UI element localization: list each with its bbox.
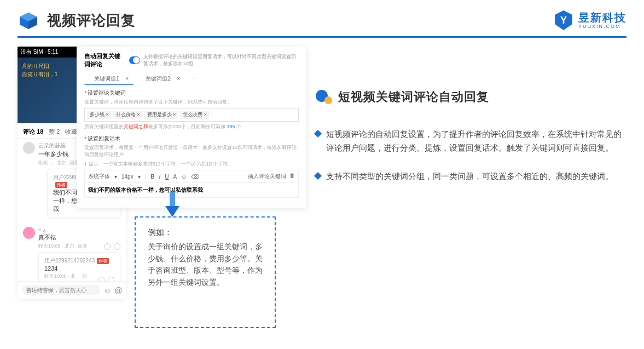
logo-text-en: YUUXIN.COM <box>578 24 626 29</box>
keyword-tag[interactable]: 费用是多少 × <box>144 111 179 119</box>
svg-text:Y: Y <box>560 15 567 26</box>
tab-likes[interactable]: 赞 2 <box>49 128 60 136</box>
at-icon[interactable]: @ <box>114 286 122 295</box>
insert-keyword-button[interactable]: 插入评论关键词 <box>248 173 286 180</box>
editor-toolbar: 系统字体▾ 14px▾ | B I U A ☺ ⌫ 插入评论关键词 🗑 <box>84 170 299 183</box>
keyword-input[interactable]: 多少钱 × 什么价格 × 费用是多少 × 怎么收费 × | <box>84 108 299 122</box>
color-icon[interactable]: A <box>173 174 177 180</box>
keyword-group-tabs: 关键词组1 × 关键词组2 × + <box>84 73 299 85</box>
reply-text: 1234 <box>44 265 114 272</box>
field-label: 设置回复话术 <box>88 135 120 142</box>
section-title: 短视频关键词评论自动回复 <box>338 89 489 105</box>
emoji-icon[interactable]: ☺ <box>103 286 111 295</box>
brand-logo: Y 昱新科技 YUUXIN.COM <box>554 10 626 31</box>
avatar <box>23 142 35 154</box>
comment-input[interactable] <box>22 285 100 295</box>
svg-rect-5 <box>170 192 175 207</box>
dislike-icon[interactable] <box>114 243 120 250</box>
page-title: 视频评论回复 <box>47 11 136 30</box>
logo-shield-icon: Y <box>554 10 573 31</box>
cube-icon <box>18 12 39 29</box>
bold-icon[interactable]: B <box>150 174 154 180</box>
bullet-text: 短视频评论的自动回复设置，为了提升作者的评论回复效率，在系统中针对常见的评论用户… <box>326 128 626 155</box>
description-area: 短视频关键词评论自动回复 短视频评论的自动回复设置，为了提升作者的评论回复效率，… <box>315 47 626 199</box>
keyword-tag[interactable]: 怎么收费 × <box>180 111 210 119</box>
diamond-bullet-icon <box>314 130 322 138</box>
field-desc: 设置关键词，当评论里内容包含了以下关键词，则系统可自动回复。 <box>84 99 299 106</box>
illustration-area: 没有 SIM · 5:11 舟的り尺旧 自笑り有泪，1 评论 18 赞 2 收藏… <box>18 47 302 199</box>
tab-favorites[interactable]: 收藏 <box>65 128 77 136</box>
username: ༄ ♪ <box>38 227 120 233</box>
arrow-down-icon <box>163 192 182 218</box>
author-badge: 作者 <box>97 258 109 264</box>
like-icon[interactable] <box>104 243 111 250</box>
panel-desc: 支持根据评论的关键词设置回复话术，可以针对不同类型关键词设置回复话术，最多添加1… <box>143 53 299 67</box>
delete-icon[interactable]: 🗑 <box>289 173 295 180</box>
keyword-count-hint: 所有关键词组里的关键词之和最多可添加200个，目前剩余可添加 195 个 <box>84 123 299 130</box>
add-tab[interactable]: + <box>187 73 200 85</box>
kw-tab-1[interactable]: 关键词组1 × <box>84 73 134 85</box>
settings-panel: 自动回复关键词评论 支持根据评论的关键词设置回复话术，可以针对不同类型关键词设置… <box>77 47 306 208</box>
reply-user: 用户2299214302243 <box>44 258 95 264</box>
example-heading: 例如： <box>148 227 263 238</box>
clear-icon[interactable]: ⌫ <box>191 174 199 180</box>
field-desc: 设置回复话术，每回复一个用户评论只发送一条话术，最多支持设置10条不同话术，按添… <box>84 144 299 158</box>
field-label: 设置评论关键词 <box>88 89 126 97</box>
underline-icon[interactable]: U <box>165 174 169 180</box>
time: 刚刚 <box>38 159 48 167</box>
logo-text-cn: 昱新科技 <box>578 12 626 23</box>
size-select[interactable]: 14px <box>121 174 134 180</box>
reply-editor[interactable]: 我们不同的版本价格不一样，您可以私信联系我 <box>84 183 299 198</box>
example-text: 关于询价的设置成一组关键词，多少钱、什么价格，费用多少等。关于咨询班型、版本、型… <box>148 241 263 289</box>
keyword-tag[interactable]: 多少钱 × <box>87 111 112 119</box>
bullet-item: 短视频评论的自动回复设置，为了提升作者的评论回复效率，在系统中针对常见的评论用户… <box>315 128 626 155</box>
avatar <box>23 227 35 239</box>
panel-title: 自动回复关键词评论 <box>84 52 126 68</box>
svg-marker-6 <box>165 206 179 217</box>
bullet-text: 支持不同类型的关键词分组，同一类问题，可设置多个相近的、高频的关键词。 <box>326 170 613 184</box>
emoji-icon[interactable]: ☺ <box>181 174 187 180</box>
example-box: 例如： 关于询价的设置成一组关键词，多少钱、什么价格，费用多少等。关于咨询班型、… <box>135 216 276 328</box>
kw-tab-2[interactable]: 关键词组2 × <box>136 73 185 85</box>
svg-point-8 <box>324 96 332 104</box>
page-header: 视频评论回复 Y 昱新科技 YUUXIN.COM <box>0 0 644 36</box>
toggle-switch[interactable] <box>129 56 140 64</box>
bullet-item: 支持不同类型的关键词分组，同一类问题，可设置多个相近的、高频的关键词。 <box>315 170 626 184</box>
font-select[interactable]: 系统字体 <box>88 173 110 180</box>
meta: 昨天10:08 · 北京 <box>38 243 74 250</box>
field-tip: 1 提示：一个富文本框最多支持512个字符，一个汉字占用2个字符。 <box>84 161 299 168</box>
reply-link[interactable]: 回复 <box>78 243 88 250</box>
author-badge: 作者 <box>55 182 67 188</box>
comment-text: 真不错 <box>38 233 120 242</box>
italic-icon[interactable]: I <box>159 174 161 180</box>
location: 北京 <box>56 159 66 167</box>
diamond-bullet-icon <box>314 172 322 180</box>
bubbles-icon <box>315 88 333 106</box>
tab-comments[interactable]: 评论 18 <box>23 128 43 136</box>
keyword-tag[interactable]: 什么价格 × <box>113 111 143 119</box>
comment-input-bar: ☺ @ ◎ <box>18 281 126 299</box>
